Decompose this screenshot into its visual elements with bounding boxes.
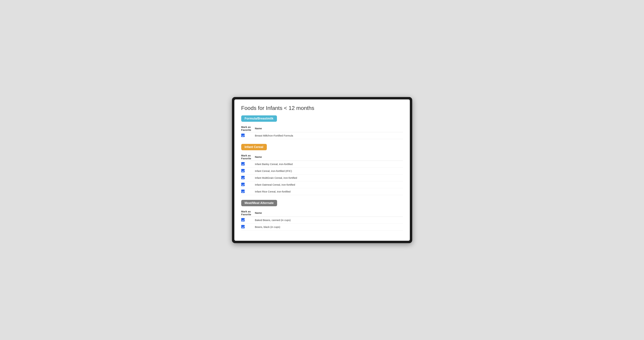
table-row: Baked Beans, canned (in cups) (241, 216, 403, 224)
window-inner: Foods for Infants < 12 months Formula/Br… (234, 100, 410, 241)
checkbox-checked[interactable] (241, 169, 245, 172)
col-header-favorite-meat: Mark asFavorite (241, 209, 255, 217)
checkbox-checked[interactable] (241, 183, 245, 186)
checkbox-checked[interactable] (241, 218, 245, 222)
food-item-name: Infant MultiGrain Cereal, iron-fortified (255, 174, 403, 181)
food-item-name: Beans, black (in cups) (255, 224, 403, 230)
food-item-name: Breast Milk/Iron-Fortified Formula (255, 132, 403, 139)
food-table-infant-cereal: Mark asFavoriteNameInfant Barley Cereal,… (241, 153, 403, 195)
table-row: Infant Rice Cereal, iron-fortified (241, 188, 403, 195)
checkbox-checked[interactable] (241, 176, 245, 179)
col-header-name-meat: Name (255, 209, 403, 217)
food-item-name: Baked Beans, canned (in cups) (255, 216, 403, 224)
food-table-formula: Mark asFavoriteNameBreast Milk/Iron-Fort… (241, 124, 403, 139)
checkbox-checked[interactable] (241, 162, 245, 166)
window-frame: Foods for Infants < 12 months Formula/Br… (232, 97, 412, 243)
col-header-name-formula: Name (255, 124, 403, 132)
categories-container: Formula/BreastmilkMark asFavoriteNameBre… (241, 116, 403, 230)
food-item-name: Infant Rice Cereal, iron-fortified (255, 188, 403, 195)
food-item-name: Infant Barley Cereal, iron-fortified (255, 160, 403, 168)
category-badge-meat: Meat/Meat Alternate (241, 200, 277, 206)
table-row: Infant Oatmeal Cereal, iron-fortified (241, 181, 403, 188)
checkbox-checked[interactable] (241, 134, 245, 137)
table-row: Infant Cereal, iron-fortified (IFIC) (241, 168, 403, 174)
food-item-name: Infant Cereal, iron-fortified (IFIC) (255, 168, 403, 174)
category-badge-infant-cereal: Infant Cereal (241, 144, 267, 150)
checkbox-checked[interactable] (241, 225, 245, 228)
checkbox-checked[interactable] (241, 190, 245, 193)
table-row: Beans, black (in cups) (241, 224, 403, 230)
category-badge-formula: Formula/Breastmilk (241, 116, 277, 122)
table-row: Infant Barley Cereal, iron-fortified (241, 160, 403, 168)
table-row: Infant MultiGrain Cereal, iron-fortified (241, 174, 403, 181)
col-header-favorite-formula: Mark asFavorite (241, 124, 255, 132)
col-header-favorite-infant-cereal: Mark asFavorite (241, 153, 255, 161)
col-header-name-infant-cereal: Name (255, 153, 403, 161)
page-title: Foods for Infants < 12 months (241, 105, 403, 111)
food-table-meat: Mark asFavoriteNameBaked Beans, canned (… (241, 209, 403, 230)
table-row: Breast Milk/Iron-Fortified Formula (241, 132, 403, 139)
food-item-name: Infant Oatmeal Cereal, iron-fortified (255, 181, 403, 188)
content-area: Foods for Infants < 12 months Formula/Br… (234, 100, 410, 241)
